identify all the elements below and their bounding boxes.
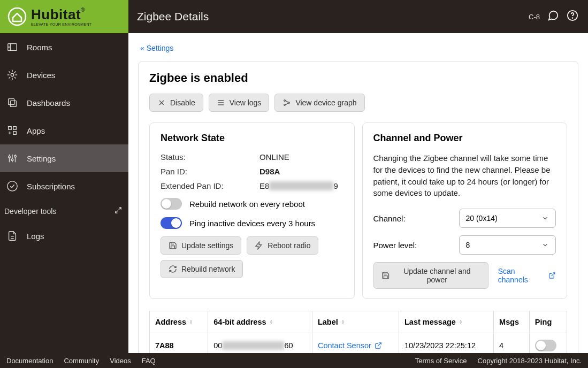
toggle-label: Rebuild network on every reboot bbox=[189, 200, 305, 209]
btn-label: View logs bbox=[230, 98, 262, 107]
chevron-down-icon bbox=[541, 214, 549, 222]
card-title: Network State bbox=[161, 133, 343, 144]
top-actions: C-8 bbox=[529, 10, 588, 24]
power-label: Power level: bbox=[373, 241, 459, 250]
view-logs-button[interactable]: View logs bbox=[209, 94, 270, 112]
expand-icon bbox=[114, 206, 122, 216]
status-value: ONLINE bbox=[259, 152, 289, 162]
logo[interactable]: Hubitat® ELEVATE YOUR ENVIRONMENT bbox=[0, 0, 128, 33]
sidebar-label: Subscriptions bbox=[27, 182, 75, 191]
ping-inactive-toggle[interactable] bbox=[161, 217, 182, 229]
sidebar-item-rooms[interactable]: Rooms bbox=[0, 33, 128, 61]
col-address[interactable]: Address bbox=[150, 311, 208, 333]
reboot-radio-button[interactable]: Reboot radio bbox=[247, 236, 318, 255]
view-device-graph-button[interactable]: View device graph bbox=[274, 94, 364, 112]
sidebar-label: Devices bbox=[27, 71, 55, 80]
svg-point-16 bbox=[288, 102, 290, 104]
btn-label: Reboot radio bbox=[268, 241, 310, 250]
scan-channels-link[interactable]: Scan channels bbox=[498, 267, 556, 284]
panid-label: Pan ID: bbox=[161, 167, 259, 176]
channel-select[interactable]: 20 (0x14) bbox=[459, 209, 556, 228]
cell-64bit: 00XXXXXXXXXXXX60 bbox=[208, 333, 312, 354]
footer-link-documentation[interactable]: Documentation bbox=[6, 357, 53, 365]
col-label[interactable]: Label bbox=[312, 311, 399, 333]
sidebar-label: Settings bbox=[27, 154, 56, 163]
svg-rect-9 bbox=[13, 132, 17, 135]
toggle-label: Ping inactive devices every 3 hours bbox=[189, 219, 315, 228]
page-title: Zigbee Details bbox=[128, 10, 529, 23]
status-label: Status: bbox=[161, 152, 259, 162]
help-icon[interactable] bbox=[567, 10, 578, 24]
panid-value: D98A bbox=[259, 167, 280, 176]
logo-icon bbox=[7, 7, 27, 26]
footer-link-videos[interactable]: Videos bbox=[110, 357, 131, 365]
sidebar-developer-tools[interactable]: Developer tools bbox=[0, 200, 128, 222]
sidebar-item-logs[interactable]: Logs bbox=[0, 222, 128, 250]
select-value: 8 bbox=[466, 241, 470, 249]
svg-point-4 bbox=[11, 73, 14, 76]
rebuild-network-button[interactable]: Rebuild network bbox=[161, 260, 243, 278]
sidebar-item-apps[interactable]: Apps bbox=[0, 117, 128, 144]
logo-text: Hubitat® ELEVATE YOUR ENVIRONMENT bbox=[31, 7, 91, 26]
channel-power-card: Channel and Power Changing the Zigbee ch… bbox=[362, 122, 568, 299]
external-link-icon bbox=[375, 342, 382, 349]
footer-copyright: Copyright 2018-2023 Hubitat, Inc. bbox=[478, 357, 582, 365]
device-link[interactable]: Contact Sensor bbox=[318, 341, 382, 350]
footer-link-community[interactable]: Community bbox=[64, 357, 99, 365]
extpanid-label: Extended Pan ID: bbox=[161, 181, 259, 190]
update-settings-button[interactable]: Update settings bbox=[161, 236, 241, 255]
svg-point-12 bbox=[14, 156, 17, 158]
sidebar-label: Logs bbox=[27, 232, 44, 241]
footer-terms[interactable]: Terms of Service bbox=[415, 357, 467, 365]
ping-toggle[interactable] bbox=[535, 340, 556, 351]
svg-rect-6 bbox=[10, 101, 16, 106]
main-panel: Zigbee is enabled Disable View logs View… bbox=[138, 61, 578, 353]
cell-msgs: 4 bbox=[494, 333, 530, 354]
cell-ping bbox=[529, 333, 567, 354]
table-row: 7A88 00XXXXXXXXXXXX60 Contact Sensor 10/… bbox=[150, 333, 567, 354]
col-msgs: Msgs bbox=[494, 311, 530, 333]
sidebar-item-subscriptions[interactable]: Subscriptions bbox=[0, 172, 128, 200]
sidebar-item-devices[interactable]: Devices bbox=[0, 61, 128, 89]
external-link-icon bbox=[548, 272, 556, 279]
btn-label: Update settings bbox=[181, 241, 233, 250]
status-heading: Zigbee is enabled bbox=[149, 71, 567, 85]
extpanid-value: E8XXXXXXXXXXXX9 bbox=[259, 181, 338, 190]
sidebar-item-settings[interactable]: Settings bbox=[0, 144, 128, 172]
chevron-down-icon bbox=[541, 241, 549, 249]
footer: Documentation Community Videos FAQ Terms… bbox=[0, 353, 588, 368]
rebuild-reboot-toggle[interactable] bbox=[161, 198, 182, 210]
footer-link-faq[interactable]: FAQ bbox=[142, 357, 156, 365]
cell-address: 7A88 bbox=[150, 333, 208, 354]
select-value: 20 (0x14) bbox=[466, 214, 498, 223]
chat-icon[interactable] bbox=[547, 10, 559, 24]
channel-note: Changing the Zigbee channel will take so… bbox=[373, 152, 556, 199]
content-area: « Settings Zigbee is enabled Disable Vie… bbox=[128, 33, 588, 353]
disable-button[interactable]: Disable bbox=[149, 94, 203, 112]
channel-label: Channel: bbox=[373, 214, 459, 223]
hub-model: C-8 bbox=[529, 13, 540, 21]
top-bar: Hubitat® ELEVATE YOUR ENVIRONMENT Zigbee… bbox=[0, 0, 588, 33]
sidebar-label: Dashboards bbox=[27, 98, 70, 108]
power-select[interactable]: 8 bbox=[459, 235, 556, 255]
breadcrumb-back[interactable]: « Settings bbox=[140, 44, 173, 52]
network-state-card: Network State Status:ONLINE Pan ID:D98A … bbox=[149, 122, 355, 299]
link-label: Scan channels bbox=[498, 267, 546, 284]
sidebar-label: Rooms bbox=[27, 43, 52, 52]
svg-point-13 bbox=[7, 181, 17, 191]
update-channel-power-button[interactable]: Update channel and power bbox=[373, 262, 488, 289]
col-64bit[interactable]: 64-bit address bbox=[208, 311, 312, 333]
sidebar-item-dashboards[interactable]: Dashboards bbox=[0, 89, 128, 117]
col-last[interactable]: Last message bbox=[399, 311, 493, 333]
dev-tools-label: Developer tools bbox=[4, 207, 56, 216]
btn-label: Disable bbox=[170, 98, 195, 107]
svg-point-11 bbox=[11, 159, 13, 161]
btn-label: Rebuild network bbox=[181, 265, 235, 273]
sidebar-label: Apps bbox=[27, 126, 45, 135]
svg-rect-7 bbox=[9, 127, 12, 130]
svg-point-14 bbox=[284, 100, 286, 102]
btn-label: View device graph bbox=[295, 98, 356, 107]
cell-last: 10/23/2023 22:25:12 bbox=[399, 333, 493, 354]
svg-point-10 bbox=[9, 156, 11, 158]
col-ping: Ping bbox=[529, 311, 567, 333]
